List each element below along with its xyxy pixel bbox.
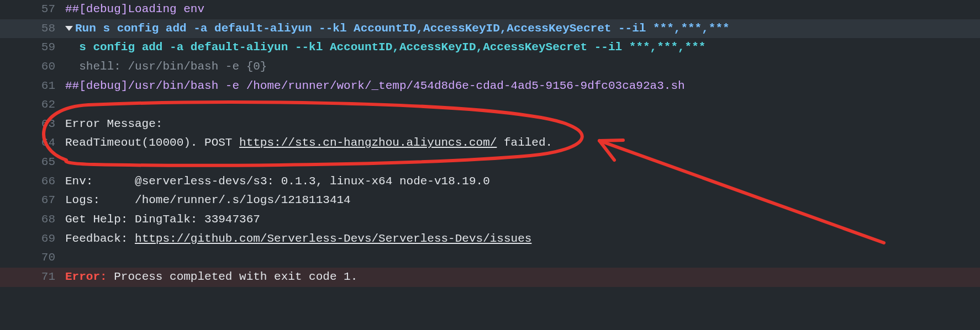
- log-line[interactable]: 62: [0, 95, 980, 115]
- line-number: 59: [0, 38, 65, 57]
- line-number: 57: [0, 0, 65, 19]
- log-text: ReadTimeout(10000). POST https://sts.cn-…: [65, 134, 980, 153]
- line-number: 66: [0, 172, 65, 191]
- feedback-url-link[interactable]: https://github.com/Serverless-Devs/Serve…: [135, 232, 531, 245]
- error-url-link[interactable]: https://sts.cn-hangzhou.aliyuncs.com/: [239, 136, 497, 149]
- log-text: Error: Process completed with exit code …: [65, 268, 980, 287]
- log-line[interactable]: 68 Get Help: DingTalk: 33947367: [0, 210, 980, 230]
- log-text: Env: @serverless-devs/s3: 0.1.3, linux-x…: [65, 172, 980, 191]
- log-line[interactable]: 63 Error Message:: [0, 115, 980, 134]
- line-number: 61: [0, 77, 65, 96]
- line-number: 58: [0, 19, 65, 39]
- line-number: 62: [0, 95, 65, 115]
- line-number: 63: [0, 115, 65, 134]
- line-number: 64: [0, 134, 65, 153]
- log-line[interactable]: 65: [0, 153, 980, 172]
- log-line[interactable]: 61 ##[debug]/usr/bin/bash -e /home/runne…: [0, 77, 980, 96]
- line-number: 67: [0, 191, 65, 210]
- log-text: s config add -a default-aliyun --kl Acco…: [65, 38, 980, 57]
- line-number: 70: [0, 248, 65, 268]
- line-number: 69: [0, 230, 65, 249]
- log-text: ##[debug]Loading env: [65, 0, 980, 19]
- log-line[interactable]: 64 ReadTimeout(10000). POST https://sts.…: [0, 134, 980, 153]
- log-viewer: 57 ##[debug]Loading env 58 Run s config …: [0, 0, 980, 287]
- log-line-collapsible[interactable]: 58 Run s config add -a default-aliyun --…: [0, 19, 980, 39]
- log-line-error[interactable]: 71 Error: Process completed with exit co…: [0, 268, 980, 287]
- log-line[interactable]: 70: [0, 248, 980, 268]
- log-line[interactable]: 67 Logs: /home/runner/.s/logs/1218113414: [0, 191, 980, 210]
- log-text: ##[debug]/usr/bin/bash -e /home/runner/w…: [65, 77, 980, 96]
- log-line[interactable]: 59 s config add -a default-aliyun --kl A…: [0, 38, 980, 57]
- log-text: Feedback: https://github.com/Serverless-…: [65, 230, 980, 249]
- log-text: shell: /usr/bin/bash -e {0}: [65, 57, 980, 77]
- chevron-down-icon[interactable]: [65, 26, 73, 31]
- log-line[interactable]: 66 Env: @serverless-devs/s3: 0.1.3, linu…: [0, 172, 980, 191]
- log-line[interactable]: 69 Feedback: https://github.com/Serverle…: [0, 230, 980, 249]
- log-text: Logs: /home/runner/.s/logs/1218113414: [65, 191, 980, 210]
- line-number: 60: [0, 57, 65, 77]
- line-number: 68: [0, 210, 65, 230]
- line-number: 65: [0, 153, 65, 172]
- line-number: 71: [0, 268, 65, 287]
- log-text: Get Help: DingTalk: 33947367: [65, 210, 980, 230]
- log-line[interactable]: 57 ##[debug]Loading env: [0, 0, 980, 19]
- log-text: Run s config add -a default-aliyun --kl …: [65, 19, 980, 39]
- log-text: Error Message:: [65, 115, 980, 134]
- log-line[interactable]: 60 shell: /usr/bin/bash -e {0}: [0, 57, 980, 77]
